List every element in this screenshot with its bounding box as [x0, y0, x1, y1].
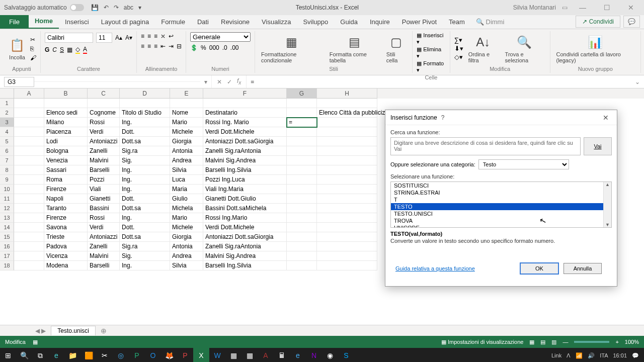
cut-icon[interactable]: ✂	[30, 36, 36, 43]
scroll-up-icon[interactable]: ▲	[605, 182, 610, 187]
row-header[interactable]: 14	[0, 223, 14, 232]
select-all-corner[interactable]	[0, 88, 14, 99]
font-name[interactable]	[45, 33, 93, 43]
strike-icon[interactable]: abc	[124, 4, 133, 11]
save-icon[interactable]: 💾	[91, 4, 99, 11]
align-right-icon[interactable]: ≡	[154, 43, 157, 50]
border-icon[interactable]: ▦	[67, 46, 72, 53]
cell[interactable]	[287, 242, 317, 251]
cell[interactable]	[317, 185, 377, 194]
chrome-icon[interactable]: ◉	[322, 348, 338, 362]
format-table-button[interactable]: ▤Formatta come tabella	[328, 34, 381, 63]
col-header[interactable]: E	[170, 88, 203, 99]
row-header[interactable]: 17	[0, 251, 14, 261]
cell[interactable]	[14, 165, 44, 175]
cell[interactable]: Zanelli Sig.raAntonia	[203, 242, 287, 251]
row-header[interactable]: 5	[0, 137, 14, 146]
tab-home[interactable]: Home	[29, 14, 59, 29]
scroll-down-icon[interactable]: ▼	[605, 222, 610, 227]
cell[interactable]	[317, 204, 377, 213]
cell[interactable]	[317, 165, 377, 175]
cell[interactable]: Modena	[44, 261, 88, 270]
row-header[interactable]: 7	[0, 156, 14, 165]
cell[interactable]: Destinatario	[203, 108, 287, 118]
align-top-icon[interactable]: ≡	[141, 33, 144, 40]
row-header[interactable]: 6	[0, 146, 14, 156]
function-item[interactable]: TESTO	[391, 203, 611, 210]
bold-button[interactable]: G	[45, 46, 49, 53]
row-header[interactable]: 4	[0, 127, 14, 137]
excel-icon[interactable]: X	[193, 348, 209, 362]
edge-icon[interactable]: e	[48, 348, 64, 362]
expand-formula-icon[interactable]: ⌄	[631, 78, 644, 85]
cell[interactable]: Michela	[170, 204, 203, 213]
col-header[interactable]: F	[203, 88, 287, 99]
tab-formule[interactable]: Formule	[155, 15, 191, 29]
tab-powerpivot[interactable]: Power Pivot	[396, 15, 443, 29]
cell[interactable]	[287, 137, 317, 146]
cell[interactable]	[14, 213, 44, 223]
ribbon-display-icon[interactable]: ▭	[562, 4, 568, 11]
cell[interactable]: Andrea	[170, 156, 203, 165]
cell[interactable]: Giorgia	[170, 137, 203, 146]
word-icon[interactable]: W	[209, 348, 225, 362]
comments-button[interactable]: 💬	[623, 16, 640, 28]
cell[interactable]: Piacenza	[44, 127, 88, 137]
cell[interactable]	[317, 99, 377, 108]
cell[interactable]	[287, 213, 317, 223]
number-format[interactable]: Generale	[190, 32, 251, 42]
align-center-icon[interactable]: ≡	[147, 43, 151, 50]
function-item[interactable]: STRINGA.ESTRAI	[391, 189, 611, 196]
cell[interactable]	[14, 242, 44, 251]
col-header[interactable]: C	[88, 88, 120, 99]
cell[interactable]	[14, 137, 44, 146]
cell[interactable]: Giulio	[170, 194, 203, 204]
tab-layout[interactable]: Layout di pagina	[95, 15, 155, 29]
cell[interactable]: Bologna	[44, 146, 88, 156]
tab-revisione[interactable]: Revisione	[215, 15, 256, 29]
cell[interactable]	[14, 185, 44, 194]
cell[interactable]: Padova	[44, 242, 88, 251]
sort-filter-button[interactable]: A↓Ordina e filtra	[466, 34, 500, 63]
cell[interactable]	[287, 156, 317, 165]
app4-icon[interactable]: ▦	[242, 348, 258, 362]
tray-time[interactable]: 16:01	[613, 352, 627, 358]
search-input[interactable]: Digitare una breve descrizione di cosa s…	[390, 137, 581, 155]
shrink-font-icon[interactable]: A▾	[125, 34, 132, 41]
cell[interactable]	[120, 99, 170, 108]
row-header[interactable]: 15	[0, 232, 14, 242]
tray-lang[interactable]: ITA	[600, 352, 608, 358]
cell[interactable]	[14, 223, 44, 232]
zoom-level[interactable]: 100%	[625, 339, 639, 345]
name-box[interactable]	[4, 77, 34, 87]
row-header[interactable]: 13	[0, 213, 14, 223]
cond-format-button[interactable]: ▦Formattazione condizionale	[259, 34, 325, 63]
cell[interactable]: Ing.	[120, 213, 170, 223]
cell[interactable]: Verdi	[88, 127, 120, 137]
cell[interactable]: Dott.sa	[120, 204, 170, 213]
col-header[interactable]: H	[317, 88, 377, 99]
function-help-link[interactable]: Guida relativa a questa funzione	[395, 265, 475, 272]
cell[interactable]	[317, 175, 377, 185]
tab-inserisci[interactable]: Inserisci	[59, 15, 95, 29]
cell[interactable]	[317, 223, 377, 232]
cell[interactable]: Elenco sedi	[44, 108, 88, 118]
cell[interactable]	[287, 175, 317, 185]
cell[interactable]: Savona	[44, 223, 88, 232]
col-header[interactable]: D	[120, 88, 170, 99]
tell-me[interactable]: 🔍 Dimmi	[471, 15, 509, 29]
cell[interactable]: Barselli Ing.Silvia	[203, 165, 287, 175]
cell[interactable]: Viali	[88, 185, 120, 194]
cell[interactable]	[14, 118, 44, 127]
cell[interactable]: Barselli	[88, 165, 120, 175]
tab-guida[interactable]: Guida	[334, 15, 364, 29]
cell[interactable]: Ing.	[120, 165, 170, 175]
search-icon[interactable]: 🔍	[16, 348, 32, 362]
app-icon[interactable]: 🟧	[80, 348, 97, 362]
file-tab[interactable]: File	[0, 15, 29, 29]
row-header[interactable]: 18	[0, 261, 14, 270]
close-icon[interactable]: ✕	[622, 4, 640, 12]
col-header[interactable]: A	[14, 88, 44, 99]
cell[interactable]: Rossi Ing.Mario	[203, 213, 287, 223]
cell[interactable]: Malvini	[88, 251, 120, 261]
